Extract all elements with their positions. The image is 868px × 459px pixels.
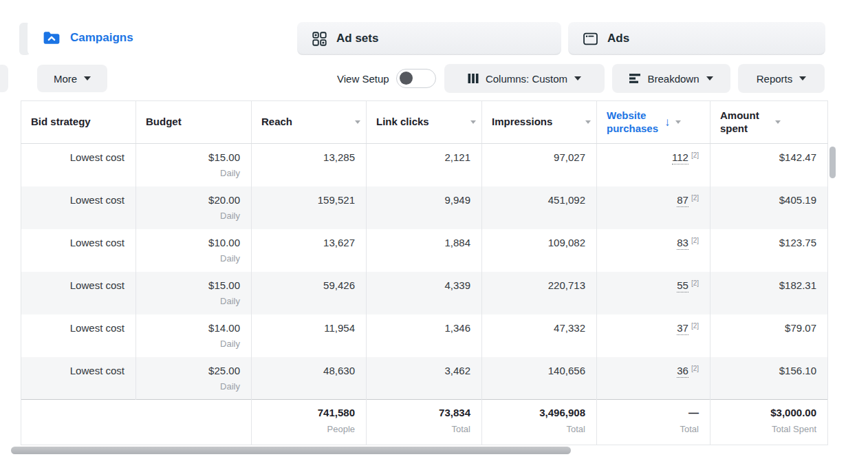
table-row: Lowest cost $25.00Daily 48,630 3,462 140… [21,357,828,400]
ads-manager-page: Campaigns Ad sets Ads More [0,0,868,459]
totals-reach: 741,580People [252,400,367,445]
budget-type: Daily [142,211,240,221]
table-row: Lowest cost $10.00Daily 13,627 1,884 109… [21,229,828,272]
header-bid-strategy[interactable]: Bid strategy [21,101,136,144]
cell-amount-spent: $156.10 [710,357,828,400]
table-header-row: Bid strategy Budget Reach Link clicks Im… [21,101,828,144]
chevron-down-icon[interactable] [470,120,476,124]
window-frame-icon [583,32,598,45]
cell-bid-strategy: Lowest cost [21,272,136,314]
chevron-down-icon[interactable] [675,120,681,124]
table-row: Lowest cost $15.00Daily 13,285 2,121 97,… [21,144,828,186]
reports-button-label: Reports [757,73,793,85]
cell-website-purchases: 83[2] [597,229,710,272]
chevron-down-icon [574,76,581,81]
cell-bid-strategy: Lowest cost [21,144,136,186]
chevron-down-icon [799,76,806,81]
cell-impressions: 97,027 [482,144,597,186]
cell-budget: $10.00Daily [136,229,252,272]
budget-type: Daily [142,339,240,349]
header-amount-spent[interactable]: Amount spent [710,101,828,144]
breakdown-bars-icon [629,73,640,84]
cell-budget: $15.00Daily [136,144,252,186]
tab-campaigns[interactable]: Campaigns [28,20,290,56]
totals-impressions: 3,496,908Total [482,400,597,445]
grid-squares-icon [312,32,327,46]
budget-type: Daily [142,168,240,178]
cell-impressions: 47,332 [482,314,597,357]
campaigns-table: Bid strategy Budget Reach Link clicks Im… [21,100,828,445]
footnote-ref: [2] [691,279,699,287]
toolbar-partial-button[interactable] [0,65,8,92]
website-purchases-value[interactable]: 36 [677,365,688,378]
cell-website-purchases: 112[2] [597,144,710,186]
cell-website-purchases: 87[2] [597,186,710,229]
header-link-clicks[interactable]: Link clicks [367,101,482,144]
more-button[interactable]: More [37,65,107,92]
budget-type: Daily [142,253,240,264]
cell-impressions: 109,082 [482,229,597,272]
more-button-label: More [54,73,77,85]
header-impressions[interactable]: Impressions [482,101,597,144]
view-setup-toggle[interactable] [396,69,436,88]
sort-descending-icon[interactable]: ↓ [664,116,671,129]
website-purchases-value[interactable]: 37 [677,322,688,335]
cell-link-clicks: 3,462 [367,357,482,400]
cell-amount-spent: $405.19 [710,186,828,229]
cell-bid-strategy: Lowest cost [21,229,136,272]
toggle-knob [400,72,413,85]
folder-arrow-up-icon [43,30,61,45]
columns-icon [468,73,479,84]
cell-budget: $25.00Daily [136,357,252,400]
website-purchases-value[interactable]: 55 [677,279,688,292]
footnote-ref: [2] [691,322,699,330]
cell-link-clicks: 4,339 [367,272,482,314]
website-purchases-value[interactable]: 83 [677,237,688,250]
cell-reach: 59,426 [252,272,367,314]
columns-button[interactable]: Columns: Custom [444,64,605,93]
cell-website-purchases: 37[2] [597,314,710,357]
cell-bid-strategy: Lowest cost [21,314,136,357]
vertical-scrollbar[interactable] [829,147,836,178]
totals-link-clicks: 73,834Total [367,400,482,445]
website-purchases-value[interactable]: 112 [672,151,688,164]
footnote-ref: [2] [691,194,699,202]
horizontal-scrollbar[interactable] [11,447,571,454]
header-website-purchases[interactable]: Website purchases ↓ [597,101,710,144]
cell-reach: 13,627 [252,229,367,272]
cell-reach: 159,521 [252,186,367,229]
budget-type: Daily [142,296,240,306]
reports-button[interactable]: Reports [738,64,825,93]
totals-amount-spent: $3,000.00Total Spent [710,400,828,445]
tab-ads-label: Ads [607,32,629,45]
chevron-down-icon [84,76,91,81]
chevron-down-icon[interactable] [585,120,591,124]
cell-amount-spent: $123.75 [710,229,828,272]
table-totals-row: 741,580People 73,834Total 3,496,908Total… [21,400,828,445]
breakdown-button[interactable]: Breakdown [612,64,730,93]
header-reach[interactable]: Reach [252,101,367,144]
footnote-ref: [2] [691,365,699,372]
chevron-down-icon[interactable] [355,120,360,124]
footnote-ref: [2] [691,151,699,159]
cell-reach: 48,630 [252,357,367,400]
view-setup-label: View Setup [337,73,389,85]
header-budget[interactable]: Budget [136,101,252,144]
cell-amount-spent: $182.31 [710,272,828,314]
cell-website-purchases: 36[2] [597,357,710,400]
tab-ad-sets-label: Ad sets [336,32,378,45]
cell-budget: $14.00Daily [136,314,252,357]
tab-ads[interactable]: Ads [568,22,825,55]
cell-impressions: 451,092 [482,186,597,229]
tab-ad-sets[interactable]: Ad sets [297,22,561,55]
cell-bid-strategy: Lowest cost [21,186,136,229]
cell-link-clicks: 2,121 [367,144,482,186]
website-purchases-value[interactable]: 87 [677,194,688,207]
cell-reach: 13,285 [252,144,367,186]
cell-reach: 11,954 [252,314,367,357]
cell-impressions: 140,656 [482,357,597,400]
table-row: Lowest cost $15.00Daily 59,426 4,339 220… [21,272,828,314]
cell-website-purchases: 55[2] [597,272,710,314]
totals-website-purchases: —Total [597,400,710,445]
chevron-down-icon[interactable] [775,120,781,124]
